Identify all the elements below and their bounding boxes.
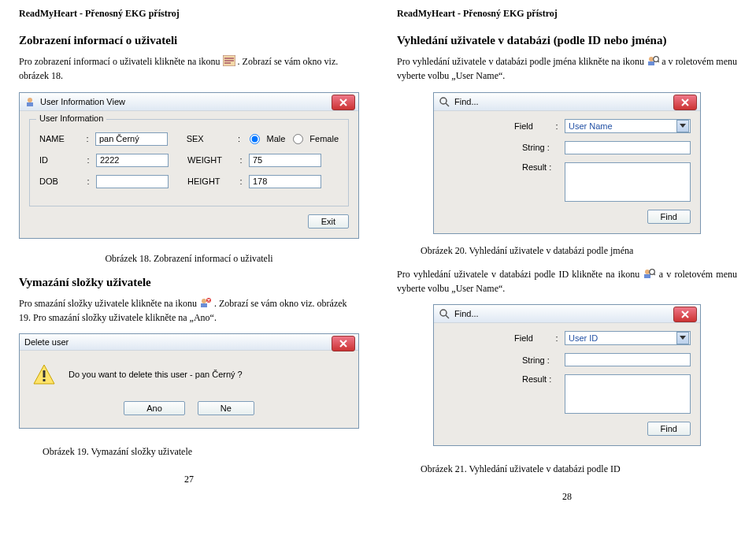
label-field: Field [514,121,549,131]
svg-point-4 [28,98,32,102]
close-button[interactable] [332,95,355,110]
body-text: Pro vyhledání uživatele v databázi podle… [397,268,737,296]
page-28: ReadMyHeart - Přenosný EKG přístroj Vyhl… [378,0,756,511]
weight-field[interactable] [249,154,321,167]
label-name: NAME [39,134,80,143]
dialog-title: Find... [454,309,479,318]
svg-line-24 [446,315,449,318]
search-icon [439,308,450,319]
person-icon [24,96,35,107]
svg-rect-11 [43,379,46,381]
search-icon [439,96,450,107]
svg-point-16 [440,98,447,104]
find-button[interactable]: Find [647,210,691,224]
exit-button[interactable]: Exit [308,214,349,229]
field-dropdown[interactable]: User Name [565,119,691,133]
warning-icon [32,363,56,385]
svg-point-6 [202,299,206,303]
field-dropdown[interactable]: User ID [565,331,691,345]
svg-marker-18 [680,124,686,128]
running-head-left: ReadMyHeart - Přenosný EKG přístroj [19,8,359,20]
find-person-icon [647,55,659,69]
titlebar: Delete user [20,334,358,351]
radio-female[interactable] [293,134,303,144]
height-field[interactable] [249,175,321,188]
body-text: Pro vyhledání uživatele v databázi podle… [397,55,737,83]
svg-rect-13 [648,61,654,65]
body-text: Pro smazání složky uživatele klikněte na… [19,297,359,325]
string-field[interactable] [565,353,691,366]
string-field[interactable] [565,141,691,154]
svg-rect-1 [224,58,234,59]
label-female: Female [309,134,339,143]
id-field[interactable] [96,154,169,167]
groupbox-legend: User Information [36,113,106,123]
delete-user-icon [199,297,212,311]
svg-point-23 [440,310,447,316]
label-id: ID [39,155,80,165]
label-string: String : [522,355,560,365]
svg-line-22 [654,273,655,275]
find-person-icon [643,268,655,282]
chevron-down-icon [676,332,689,344]
section-title-delete: Vymazání složky uživatele [19,276,359,289]
yes-button[interactable]: Ano [124,401,185,415]
page-number: 27 [19,474,359,485]
no-button[interactable]: Ne [198,401,254,415]
page-number: 28 [397,491,737,503]
label-sex: SEX [187,134,232,143]
svg-line-15 [658,61,659,62]
fig19-caption: Obrázek 19. Vymazání složky uživatele [43,446,359,458]
svg-marker-25 [680,336,686,340]
titlebar: Find... [434,93,700,111]
dialog-title: Delete user [24,337,69,347]
svg-rect-2 [224,60,234,61]
result-area [565,374,691,414]
dialog-title: User Information View [40,97,125,106]
name-field[interactable] [95,132,168,146]
body-text: Pro zobrazení informací o uživateli klik… [19,55,359,83]
section-title-userinfo: Zobrazení informací o uživateli [19,34,359,47]
find-button[interactable]: Find [647,422,691,436]
close-button[interactable] [673,307,697,322]
label-result: Result : [522,374,560,384]
dialog-user-info: User Information View User Information N… [19,92,359,239]
close-button[interactable] [673,95,697,110]
svg-rect-3 [224,62,231,64]
dob-field[interactable] [96,175,169,188]
dialog-find-name: Find... Field : User Name [433,92,701,234]
fig21-caption: Obrázek 21. Vyhledání uživatele v databá… [421,463,737,475]
running-head-right: ReadMyHeart - Přenosný EKG přístroj [397,8,737,20]
label-male: Male [266,134,285,143]
chevron-down-icon [676,120,689,132]
label-height: HEIGHT [187,177,233,186]
label-weight: WEIGHT [187,155,233,165]
close-button[interactable] [332,336,355,351]
groupbox-userinfo: User Information NAME : SEX : Male Femal… [29,119,349,206]
titlebar: Find... [434,305,700,323]
result-area [565,162,691,202]
radio-male[interactable] [250,134,260,144]
dialog-find-id: Find... Field : User ID S [433,304,701,446]
svg-rect-5 [27,102,33,106]
label-dob: DOB [39,177,80,186]
svg-rect-7 [201,303,207,307]
svg-rect-10 [43,370,46,377]
label-field: Field [514,333,549,343]
page-27: ReadMyHeart - Přenosný EKG přístroj Zobr… [0,0,378,511]
dialog-title: Find... [454,97,479,106]
dialog-delete-user: Delete user Do you want to delete this u… [19,333,359,429]
titlebar: User Information View [20,93,358,111]
svg-rect-20 [644,274,650,278]
fig20-caption: Obrázek 20. Vyhledání uživatele v databá… [421,245,737,257]
section-title-find: Vyhledání uživatele v databázi (podle ID… [397,34,737,47]
fig18-caption: Obrázek 18. Zobrazení informací o uživat… [19,253,359,265]
userinfo-icon [223,55,235,69]
svg-line-17 [446,103,449,106]
label-result: Result : [522,162,560,172]
confirm-message: Do you want to delete this user - pan Če… [69,370,243,379]
label-string: String : [522,143,560,152]
